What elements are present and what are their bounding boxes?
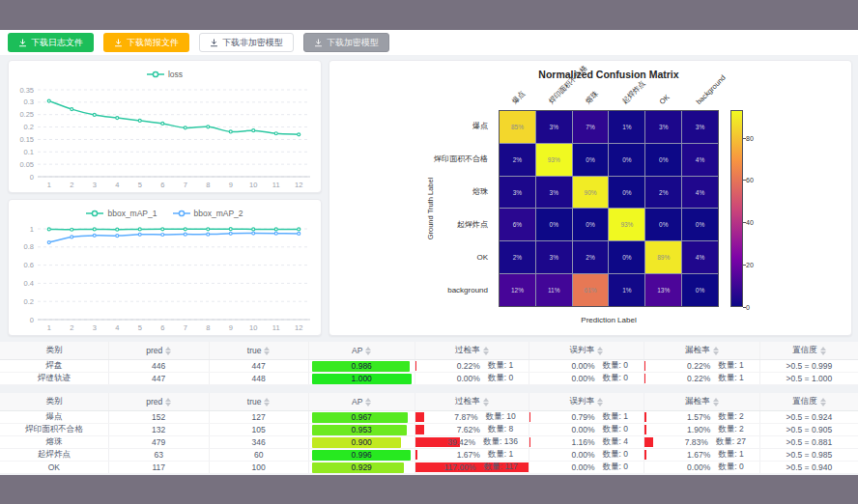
button-label: 下载非加密模型 (222, 37, 283, 49)
cell-pred: 117 (109, 462, 210, 473)
rate-value: 0.22% (430, 361, 480, 371)
rate-count: 数量: 1 (718, 449, 743, 461)
cell-true: 448 (210, 373, 309, 384)
header-cell-pred[interactable]: pred (109, 393, 210, 410)
cell-pred: 63 (109, 449, 210, 461)
header-cell-ap[interactable]: AP (309, 393, 415, 410)
button-label: 下载日志文件 (31, 37, 83, 49)
sort-caret-icon[interactable] (264, 398, 270, 406)
cell-true: 127 (210, 411, 309, 423)
colorbar-tick-label: 80 (746, 134, 754, 141)
header-label: true (247, 397, 262, 406)
svg-text:4: 4 (115, 323, 119, 332)
sort-caret-icon[interactable] (365, 398, 371, 406)
download-icon (18, 39, 27, 47)
ap-value: 0.929 (309, 462, 415, 473)
header-cell-true[interactable]: true (210, 342, 309, 359)
header-cell-pred[interactable]: pred (109, 342, 210, 359)
header-cell-misjudge-rate[interactable]: 误判率 (529, 342, 644, 359)
rate-bar (644, 437, 653, 447)
header-cell-over-rate[interactable]: 过检率 (415, 393, 529, 410)
svg-text:0.1: 0.1 (24, 148, 34, 156)
rate-count: 数量: 0 (603, 373, 628, 384)
rate-count: 数量: 8 (488, 424, 513, 435)
sort-caret-icon[interactable] (483, 398, 489, 406)
cell-true: 100 (210, 462, 309, 473)
svg-text:9: 9 (229, 181, 233, 189)
map-chart: 00.20.40.60.81123456789101112 (9, 223, 321, 335)
download-plain-model-button[interactable]: 下载非加密模型 (199, 33, 294, 52)
rate-value: 1.67% (660, 450, 710, 460)
cell-over-rate: 0.22%数量: 1 (415, 360, 529, 372)
rate-value: 1.57% (660, 412, 710, 422)
sort-caret-icon[interactable] (713, 398, 719, 406)
legend-item-loss[interactable]: loss (147, 70, 183, 79)
header-cell-confidence[interactable]: 置信度 (760, 342, 858, 359)
cell-pred: 152 (109, 411, 210, 423)
button-label: 下载加密模型 (327, 37, 379, 49)
sort-caret-icon[interactable] (483, 347, 489, 355)
legend-label: bbox_mAP_2 (194, 209, 243, 218)
download-encrypted-model-button[interactable]: 下载加密模型 (303, 33, 389, 52)
class-table: 类别predtrueAP过检率误判率漏检率置信度爆点1521270.9677.8… (0, 393, 858, 474)
confusion-cell: 4% (682, 241, 718, 273)
legend-line-icon (86, 210, 103, 217)
svg-text:0.15: 0.15 (19, 135, 34, 144)
legend-item-bbox_mAP_2[interactable]: bbox_mAP_2 (173, 209, 243, 218)
sort-caret-icon[interactable] (365, 347, 371, 355)
confusion-cell: 3% (536, 241, 572, 273)
cell-pred: 447 (109, 373, 210, 384)
legend-item-bbox_mAP_1[interactable]: bbox_mAP_1 (86, 209, 157, 218)
confusion-cell: 3% (645, 111, 681, 143)
confusion-cell: 89% (645, 241, 681, 273)
header-label: 漏检率 (685, 396, 710, 407)
header-cell-ap[interactable]: AP (309, 342, 415, 359)
header-cell-misjudge-rate[interactable]: 误判率 (529, 393, 644, 410)
sort-caret-icon[interactable] (597, 347, 603, 355)
ap-value: 0.967 (309, 412, 415, 423)
sort-caret-icon[interactable] (264, 347, 270, 355)
table-header: 类别predtrueAP过检率误判率漏检率置信度 (0, 393, 858, 411)
confusion-cell: 93% (536, 144, 572, 176)
svg-text:0.4: 0.4 (24, 279, 34, 288)
rate-value: 0.00% (430, 374, 480, 383)
svg-text:0.8: 0.8 (24, 242, 34, 251)
sort-caret-icon[interactable] (820, 347, 826, 355)
rate-count: 数量: 1 (718, 373, 743, 384)
header-cell-miss-rate[interactable]: 漏检率 (644, 342, 760, 359)
svg-text:10: 10 (249, 181, 257, 189)
cell-misjudge-rate: 1.16%数量: 4 (529, 436, 644, 448)
confusion-matrix-card: Normalized Confusion Matrix Ground Truth… (329, 60, 852, 336)
sort-caret-icon[interactable] (597, 398, 603, 406)
download-report-button[interactable]: 下载简报文件 (103, 33, 189, 52)
header-label: 类别 (45, 345, 62, 356)
confusion-cell: 12% (500, 274, 535, 306)
cell-ap: 0.953 (309, 424, 415, 435)
cell-category: 焊盘 (0, 360, 109, 372)
sort-caret-icon[interactable] (165, 347, 171, 355)
rate-count: 数量: 1 (718, 360, 743, 372)
header-cell-true[interactable]: true (210, 393, 309, 410)
cell-ap: 0.929 (309, 462, 415, 473)
svg-text:3: 3 (93, 323, 97, 332)
sort-caret-icon[interactable] (820, 398, 826, 406)
sort-caret-icon[interactable] (165, 398, 171, 406)
download-log-button[interactable]: 下载日志文件 (8, 33, 94, 52)
header-label: 置信度 (792, 345, 817, 356)
svg-text:0.2: 0.2 (24, 123, 34, 131)
header-label: 漏检率 (685, 345, 710, 356)
confusion-row-label: 爆点 (349, 110, 494, 143)
header-cell-miss-rate[interactable]: 漏检率 (644, 393, 760, 410)
table-header: 类别predtrueAP过检率误判率漏检率置信度 (0, 342, 858, 360)
cell-misjudge-rate: 0.00%数量: 0 (529, 424, 644, 435)
map-chart-legend: bbox_mAP_1bbox_mAP_2 (9, 204, 321, 223)
header-cell-over-rate[interactable]: 过检率 (415, 342, 529, 359)
header-cell-confidence[interactable]: 置信度 (760, 393, 858, 410)
rate-count: 数量: 27 (716, 436, 746, 448)
rate-bar (644, 361, 645, 371)
confusion-matrix-title: Normalized Confusion Matrix (499, 69, 719, 80)
loss-chart-legend: loss (9, 65, 321, 84)
sort-caret-icon[interactable] (713, 347, 719, 355)
legend-line-icon (147, 70, 164, 78)
svg-text:4: 4 (115, 181, 119, 189)
